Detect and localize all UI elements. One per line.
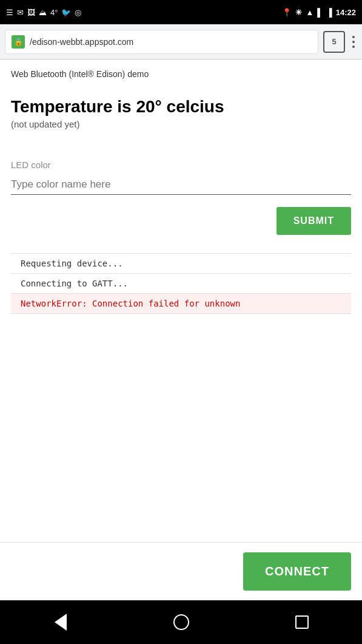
- connect-button[interactable]: CONNECT: [243, 552, 351, 591]
- nav-home-button[interactable]: [163, 604, 199, 640]
- menu-dot-1: [352, 36, 355, 38]
- browser-chrome: 🔒 /edison-webbt.appspot.com 5: [0, 24, 362, 59]
- browser-menu-button[interactable]: [350, 33, 357, 50]
- menu-dot-3: [352, 46, 355, 48]
- nav-back-button[interactable]: [42, 604, 79, 640]
- status-bar-left: ☰ ✉ 🖼 ⛰ 4° 🐦 ◎: [6, 8, 81, 17]
- main-content: Web Bluetooth (Intel® Edison) demo Tempe…: [0, 59, 362, 542]
- not-updated-text: (not updated yet): [11, 119, 351, 129]
- time-display: 14:22: [336, 8, 356, 17]
- email-icon: ✉: [17, 8, 24, 17]
- status-bar: ☰ ✉ 🖼 ⛰ 4° 🐦 ◎ 📍 ✳ ▲ ▌ ▐ 14:22: [0, 0, 362, 24]
- submit-button[interactable]: SUBMIT: [277, 207, 351, 235]
- url-bar[interactable]: 🔒 /edison-webbt.appspot.com: [5, 30, 318, 54]
- submit-row: SUBMIT: [11, 207, 351, 235]
- nav-recents-button[interactable]: [284, 604, 320, 640]
- lock-icon: 🔒: [12, 35, 25, 49]
- signal-icon: ▌: [317, 8, 323, 17]
- mountain-icon: ⛰: [39, 8, 47, 17]
- log-line-0: Requesting device...: [11, 254, 351, 274]
- led-label: LED color: [11, 160, 351, 170]
- temp-icon: 4°: [50, 8, 58, 17]
- led-color-input[interactable]: [11, 175, 351, 195]
- recents-square-icon: [295, 615, 309, 629]
- chrome-icon: ◎: [75, 8, 81, 17]
- back-arrow-icon: [55, 614, 67, 631]
- log-line-1: Connecting to GATT...: [11, 274, 351, 294]
- status-bar-right: 📍 ✳ ▲ ▌ ▐ 14:22: [282, 8, 356, 17]
- battery-icon: ▐: [327, 8, 332, 17]
- bluetooth-icon: ✳: [295, 8, 302, 17]
- image-icon: 🖼: [27, 8, 35, 17]
- log-line-2-error: NetworkError: Connection failed for unkn…: [11, 294, 351, 314]
- wifi-icon: ▲: [306, 8, 313, 17]
- tab-count-button[interactable]: 5: [323, 31, 345, 53]
- doc-icon: ☰: [6, 8, 13, 17]
- page-subtitle: Web Bluetooth (Intel® Edison) demo: [11, 69, 351, 79]
- menu-dot-2: [352, 41, 355, 43]
- led-section: LED color: [11, 160, 351, 195]
- twitter-icon: 🐦: [61, 8, 71, 17]
- bottom-nav: [0, 600, 362, 644]
- location-icon: 📍: [282, 8, 292, 17]
- home-circle-icon: [173, 614, 189, 630]
- log-section: Requesting device... Connecting to GATT.…: [11, 253, 351, 314]
- connect-row: CONNECT: [0, 542, 362, 600]
- url-text: /edison-webbt.appspot.com: [30, 37, 312, 47]
- temperature-heading: Temperature is 20° celcius: [11, 97, 351, 117]
